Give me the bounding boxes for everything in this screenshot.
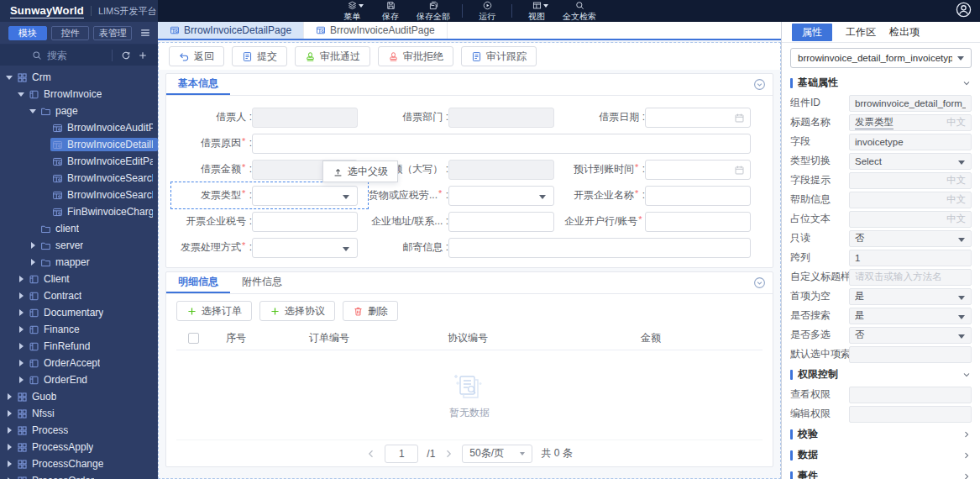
prop-input-组件ID[interactable]: brrowinvoice_detail_form_invoic [849, 95, 972, 112]
tab-附件信息[interactable]: 附件信息 [230, 272, 294, 293]
prop-input-只读[interactable]: 否 [849, 230, 972, 247]
tree-item-page[interactable]: page [0, 103, 158, 119]
tree-arrow-icon[interactable] [17, 325, 25, 334]
field-input-开票企业名称[interactable] [645, 186, 751, 206]
prop-input-首项为空[interactable]: 是 [849, 288, 972, 305]
prop-input-标题名称[interactable]: 发票类型 中文 [849, 114, 972, 131]
field-input-企业开户行/账号[interactable] [645, 212, 751, 232]
header-tool-fulltext-search[interactable]: 全文检索 [556, 0, 603, 22]
tree-item-server[interactable]: server [0, 237, 158, 254]
delete-button[interactable]: 删除 [343, 301, 398, 321]
tree-arrow-icon[interactable] [17, 292, 25, 300]
field-input-开票企业税号[interactable] [252, 212, 358, 232]
header-tool-menu[interactable]: 菜单 [333, 0, 371, 22]
sidebar-tab-modules[interactable]: 模块 [8, 26, 47, 40]
tree-arrow-icon[interactable] [5, 426, 13, 434]
tree-item-Contract[interactable]: Contract [0, 287, 158, 304]
prop-input-查看权限[interactable] [849, 387, 972, 403]
tree-item-ProcessChange[interactable]: ProcessChange [0, 455, 158, 472]
field-input-发票处理方式[interactable] [252, 238, 358, 258]
tree-item-FinRefund[interactable]: FinRefund [0, 338, 158, 355]
tree-arrow-icon[interactable] [17, 376, 25, 384]
back-button[interactable]: 返回 [169, 46, 224, 66]
prop-input-跨列[interactable]: 1 [849, 250, 972, 266]
select-order-button[interactable]: 选择订单 [176, 301, 252, 321]
tab-basic-info[interactable]: 基本信息 [166, 74, 230, 95]
tree-item-client[interactable]: client [0, 220, 158, 237]
approve-button[interactable]: 审批通过 [295, 46, 370, 66]
page-number-input[interactable]: 1 [385, 445, 418, 463]
field-input-借票原因[interactable] [252, 134, 751, 154]
tree-item-FinBwinvoiceChargeDetailPa[interactable]: FinBwinvoiceChargeDetailPa [0, 203, 158, 220]
tree-arrow-icon[interactable] [17, 308, 25, 317]
tree-arrow-icon[interactable] [17, 359, 25, 367]
prop-input-默认选中项索引[interactable] [849, 346, 972, 363]
tree-item-BrrowInvoiceSearchDealPage[interactable]: BrrowInvoiceSearchDealPage [0, 170, 158, 187]
section-事件[interactable]: 事件 [790, 466, 972, 479]
prop-input-字段提示[interactable]: 中文 [849, 172, 972, 189]
tree-item-ProcessOrder[interactable]: ProcessOrder [0, 472, 158, 479]
field-input-借票人[interactable] [252, 108, 358, 128]
tree-arrow-icon[interactable] [17, 275, 25, 283]
tree-arrow-icon[interactable] [5, 409, 13, 418]
collapse-basic-icon[interactable] [753, 78, 766, 91]
tree-item-Finance[interactable]: Finance [0, 321, 158, 338]
inspector-tab-检出项[interactable]: 检出项 [889, 24, 920, 41]
tree-item-BrrowInvoiceEditPage[interactable]: BrrowInvoiceEditPage [0, 153, 158, 170]
reject-button[interactable]: 审批拒绝 [378, 46, 453, 66]
field-input-邮寄信息[interactable] [448, 238, 751, 258]
tree-item-OrderAccept[interactable]: OrderAccept [0, 355, 158, 371]
prop-input-帮助信息[interactable]: 中文 [849, 192, 972, 208]
tree-item-ProcessApply[interactable]: ProcessApply [0, 439, 158, 455]
field-input-发票类型[interactable] [252, 186, 358, 206]
tree-arrow-icon[interactable] [29, 241, 37, 250]
hamburger-icon[interactable] [139, 27, 151, 39]
section-权限控制[interactable]: 权限控制 [790, 364, 972, 385]
tree-item-Client[interactable]: Client [0, 271, 158, 287]
header-tool-save[interactable]: 保存 [371, 0, 410, 22]
component-selector[interactable]: brrowinvoice_detail_form_invoicetype [Se… [790, 48, 972, 68]
tree-item-Process[interactable]: Process [0, 422, 158, 439]
tree-arrow-icon[interactable] [29, 258, 37, 266]
prop-input-占位文本[interactable]: 中文 [849, 211, 972, 228]
tree-item-Guob[interactable]: Guob [0, 388, 158, 405]
tree-item-BrrowInvoiceSearchPage[interactable]: BrrowInvoiceSearchPage [0, 187, 158, 203]
tree-arrow-icon[interactable] [5, 443, 13, 451]
sidebar-search-input[interactable] [42, 50, 107, 61]
header-tool-save-all[interactable]: 保存全部 [410, 0, 457, 22]
tree-item-BrrowInvoice[interactable]: BrrowInvoice [0, 86, 158, 103]
sidebar-tab-tables[interactable]: 表管理 [93, 26, 132, 40]
inspector-tab-属性[interactable]: 属性 [792, 24, 832, 41]
tree-item-BrrowInvoiceDetailPage[interactable]: BrrowInvoiceDetailPage [0, 136, 158, 153]
tree-arrow-icon[interactable] [17, 342, 25, 350]
field-input-预计到账时间[interactable] [645, 160, 751, 180]
inspector-tab-工作区[interactable]: 工作区 [846, 24, 876, 41]
tree-arrow-icon[interactable] [5, 392, 13, 401]
tree-item-Documentary[interactable]: Documentary [0, 304, 158, 321]
prev-page-icon[interactable] [366, 449, 376, 459]
user-avatar-icon[interactable] [956, 2, 972, 20]
prop-input-是否搜索[interactable]: 是 [849, 308, 972, 324]
add-icon[interactable] [134, 50, 151, 61]
tree-item-Crm[interactable]: Crm [0, 69, 158, 86]
tree-arrow-icon[interactable] [5, 460, 13, 468]
prop-input-自定义标题样式[interactable]: 请双击或输入方法名 [849, 269, 972, 286]
audit-trail-button[interactable]: 审计跟踪 [461, 46, 537, 66]
header-tool-view[interactable]: 视图 [517, 0, 556, 22]
sidebar-tab-controls[interactable]: 控件 [51, 26, 90, 40]
field-input-企业地址/联系...[interactable] [448, 212, 554, 232]
section-基础属性[interactable]: 基础属性 [790, 72, 972, 93]
select-agreement-button[interactable]: 选择协议 [259, 301, 335, 321]
tree-item-mapper[interactable]: mapper [0, 254, 158, 271]
submit-button[interactable]: 提交 [232, 46, 287, 66]
page-size-select[interactable]: 50条/页 [462, 445, 532, 463]
select-all-checkbox[interactable] [188, 333, 199, 344]
prop-input-类型切换[interactable]: Select [849, 153, 972, 170]
prop-input-编辑权限[interactable] [849, 406, 972, 423]
tree-item-Nfssi[interactable]: Nfssi [0, 405, 158, 422]
collapse-detail-icon[interactable] [753, 276, 766, 289]
field-input-货物或应税劳...[interactable] [448, 186, 554, 206]
tree-arrow-icon[interactable] [17, 90, 25, 98]
field-input-借票日期[interactable] [645, 108, 751, 128]
tree-arrow-icon[interactable] [29, 107, 37, 115]
